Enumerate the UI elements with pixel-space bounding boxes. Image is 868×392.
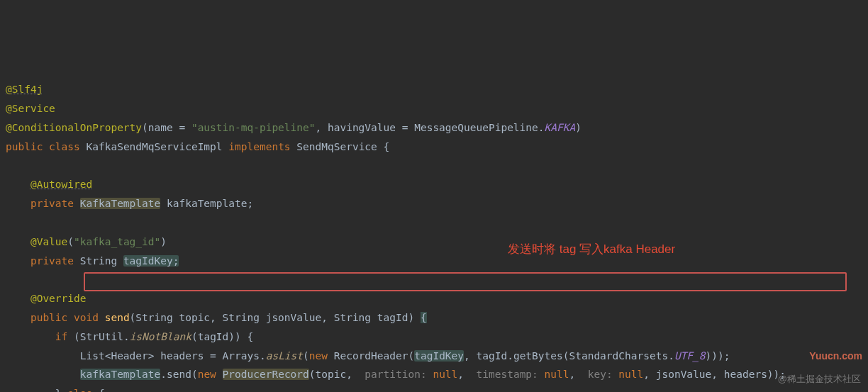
kw-class: class <box>49 141 86 152</box>
var-kafkatemplate: kafkaTemplate; <box>160 198 253 209</box>
code-text: ))); <box>706 350 730 362</box>
watermark-community: @稀土掘金技术社区 <box>778 371 861 388</box>
code-text: (tagId)) { <box>191 331 253 342</box>
annotation-service: @Service <box>6 103 55 114</box>
kw-private: private <box>30 198 80 209</box>
method-isnotblank: isNotBlank <box>130 331 191 342</box>
string-literal: "austin-mq-pipeline" <box>191 122 316 133</box>
kw-null: null <box>433 369 457 380</box>
class-name: KafkaSendMqServiceImpl <box>87 141 229 152</box>
watermark-logo: Yuucn.com <box>809 347 862 366</box>
param-hint-partition: partition: <box>359 369 433 380</box>
var-tagidkey: tagIdKey <box>414 350 464 362</box>
const-kafka: KAFKA <box>545 122 576 133</box>
code-text: (StrUtil. <box>74 331 130 342</box>
kw-implements: implements <box>228 141 296 152</box>
brace-open: { <box>421 312 427 323</box>
annotation-value: @Value <box>30 236 67 247</box>
code-text: ) <box>575 122 582 133</box>
kw-new: new <box>198 369 223 380</box>
var-tagidkey: tagIdKey; <box>123 255 179 267</box>
kw-void: void <box>74 312 105 323</box>
brace-open: { <box>99 388 105 392</box>
kw-null: null <box>618 369 643 380</box>
kw-private: private <box>30 255 80 267</box>
code-text: (name = <box>142 122 191 133</box>
code-text: .send( <box>160 369 197 380</box>
string-literal: "kafka_tag_id" <box>74 236 160 247</box>
kw-null: null <box>545 369 569 380</box>
annotation-comment: 发送时将 tag 写入kafka Header <box>508 238 675 260</box>
code-text: , jsonValue, headers)); <box>643 369 786 380</box>
code-text: (topic, <box>309 369 359 380</box>
code-text: , tagId.getBytes(StandardCharsets. <box>464 350 674 362</box>
kw-public: public <box>30 312 74 323</box>
const-utf8: UTF_8 <box>674 350 706 362</box>
code-text: , havingValue = MessageQueuePipeline. <box>316 122 545 133</box>
method-aslist: asList <box>266 350 303 362</box>
code-text: List<Header> headers = Arrays. <box>80 350 266 362</box>
kw-if: if <box>55 331 74 342</box>
param-hint-key: key: <box>588 369 619 380</box>
code-text: , <box>457 369 476 380</box>
var-kafkatemplate: kafkaTemplate <box>80 369 161 380</box>
code-text: , <box>569 369 587 380</box>
code-text: ) <box>160 236 167 247</box>
code-text: ( <box>303 350 309 362</box>
annotation-override: @Override <box>30 293 87 304</box>
code-editor[interactable]: @Slf4j @Service @ConditionalOnProperty(n… <box>6 80 862 392</box>
kw-public: public <box>6 141 49 152</box>
annotation-slf4j: @Slf4j <box>6 84 43 95</box>
type-producerrecord: ProducerRecord <box>223 369 309 380</box>
method-send: send <box>105 312 130 323</box>
type-kafkatemplate: KafkaTemplate <box>80 198 161 209</box>
annotation-conditional: @ConditionalOnProperty <box>6 122 142 133</box>
param-hint-timestamp: timestamp: <box>477 369 545 380</box>
type-string: String <box>80 255 123 267</box>
kw-new: new <box>309 350 334 362</box>
annotation-autowired: @Autowired <box>30 179 92 190</box>
method-sig: (String topic, String jsonValue, String … <box>130 312 421 323</box>
brace-close: } <box>55 388 67 392</box>
interface-name: SendMqService { <box>296 141 389 152</box>
type-recordheader: RecordHeader( <box>334 350 415 362</box>
kw-else: else <box>67 388 99 392</box>
code-text: ( <box>67 236 74 247</box>
